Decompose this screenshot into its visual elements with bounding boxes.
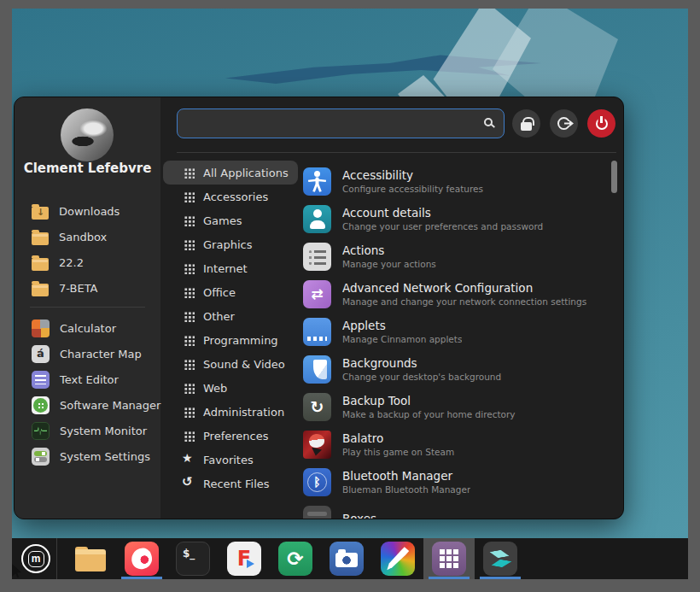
taskbar-launcher[interactable] (475, 538, 526, 579)
app-icon (303, 243, 331, 271)
app-icon (303, 167, 331, 196)
sidebar-place-item[interactable]: 22.2 (15, 249, 160, 275)
sidebar-place-item[interactable]: Downloads (15, 198, 160, 224)
menu-sidebar: Clement Lefebvre Downloads Sandbox 22.2 (15, 97, 160, 519)
app-icon: ᛒ (303, 468, 331, 496)
category-grid-icon (184, 167, 195, 179)
category-item[interactable]: Accessories (163, 185, 298, 208)
sidebar-app-item[interactable]: System Monitor (15, 418, 160, 443)
taskbar-launcher[interactable]: ⟳ (270, 538, 321, 579)
mint-menu-button[interactable]: m (15, 538, 56, 579)
app-item[interactable]: Boxes (303, 501, 611, 519)
taskbar-launcher[interactable] (423, 538, 475, 579)
sidebar-place-item[interactable]: Sandbox (15, 224, 160, 249)
desktop[interactable]: Clement Lefebvre Downloads Sandbox 22.2 (12, 9, 688, 579)
category-label: Games (203, 214, 242, 227)
category-item[interactable]: Graphics (163, 232, 298, 256)
app-description: Change your user preferences and passwor… (342, 221, 543, 232)
taskbar-launcher[interactable] (116, 538, 167, 579)
sidebar-separator (30, 307, 145, 308)
folder-icon (32, 284, 49, 296)
sidebar-app-item[interactable]: System Settings (15, 443, 160, 469)
power-button[interactable] (587, 109, 615, 138)
sidebar-app-icon (32, 448, 50, 466)
app-item[interactable]: ᛒ Bluetooth Manager Blueman Bluetooth Ma… (303, 463, 611, 501)
category-item[interactable]: Programming (163, 328, 298, 352)
app-item[interactable]: Accessibility Configure accessibility fe… (303, 162, 611, 200)
app-title: Bluetooth Manager (342, 469, 470, 483)
sidebar-app-label: Character Map (60, 348, 142, 360)
sidebar-app-label: Software Manager (60, 399, 160, 412)
app-item[interactable]: Backgrounds Change your desktop's backgr… (303, 350, 611, 388)
category-label: Accessories (203, 190, 268, 203)
avatar[interactable] (61, 108, 114, 161)
app-item[interactable]: Balatro Play this game on Steam (303, 425, 611, 463)
app-item[interactable]: Account details Change your user prefere… (303, 200, 611, 237)
category-label: Sound & Video (203, 358, 285, 371)
category-item[interactable]: Office (163, 280, 298, 304)
app-icon (303, 355, 331, 384)
category-item[interactable]: Recent Files (163, 472, 298, 495)
app-description: Manage and change your network connectio… (342, 296, 586, 307)
app-description: Make a backup of your home directory (342, 409, 516, 419)
category-label: Programming (203, 334, 278, 347)
category-item[interactable]: Preferences (163, 424, 298, 448)
category-label: Web (203, 382, 227, 395)
category-grid-icon (184, 407, 195, 418)
sidebar-app-label: System Settings (60, 450, 150, 463)
category-item[interactable]: All Applications (163, 161, 298, 185)
category-item[interactable]: Administration (163, 400, 298, 424)
screen-frame: Clement Lefebvre Downloads Sandbox 22.2 (0, 0, 700, 592)
app-title: Accessibility (342, 168, 483, 182)
taskbar-launcher[interactable] (321, 538, 372, 579)
taskbar-launcher[interactable]: F (219, 538, 270, 579)
app-item[interactable]: ⇄ Advanced Network Configuration Manage … (303, 275, 611, 313)
category-item[interactable]: Games (163, 208, 298, 232)
scrollbar[interactable] (611, 161, 617, 193)
app-description: Configure accessibility features (342, 184, 483, 194)
taskbar-launcher[interactable] (65, 538, 116, 579)
user-name: Clement Lefebvre (15, 161, 160, 176)
app-item[interactable]: Actions Manage your actions (303, 237, 611, 275)
category-item[interactable]: Other (163, 304, 298, 328)
app-item[interactable]: ↻ Backup Tool Make a backup of your home… (303, 388, 611, 425)
taskbar: m $_ F ⟳ (12, 538, 688, 579)
category-grid-icon (184, 383, 195, 394)
app-title: Backup Tool (342, 394, 516, 407)
taskbar-app-icon (432, 542, 466, 576)
search-box (177, 108, 505, 138)
app-item[interactable]: Applets Manage Cinnamon applets (303, 313, 611, 350)
category-list: All Applications Accessories Games Graph… (163, 161, 298, 495)
app-title: Account details (342, 206, 543, 220)
sidebar-place-label: Downloads (59, 205, 120, 218)
taskbar-launcher[interactable]: $_ (167, 538, 219, 579)
taskbar-app-icon (483, 542, 517, 576)
app-title: Boxes (342, 512, 376, 519)
category-item[interactable]: Sound & Video (163, 352, 298, 376)
category-label: Other (203, 310, 235, 323)
category-item[interactable]: Favorites (163, 448, 298, 472)
folder-icon (32, 258, 49, 271)
category-item[interactable]: Internet (163, 256, 298, 280)
lock-button[interactable] (512, 109, 540, 138)
taskbar-app-icon: ⟳ (278, 542, 312, 576)
logout-button[interactable] (550, 109, 578, 138)
mint-menu-popup: Clement Lefebvre Downloads Sandbox 22.2 (14, 97, 624, 519)
sidebar-app-item[interactable]: Character Map (15, 341, 160, 366)
sidebar-places: Downloads Sandbox 22.2 7-BETA (15, 198, 160, 301)
app-list: Accessibility Configure accessibility fe… (303, 162, 611, 519)
header-separator (177, 152, 616, 153)
search-input[interactable] (177, 108, 505, 138)
category-item[interactable]: Web (163, 376, 298, 400)
sidebar-app-item[interactable]: Software Manager (15, 392, 160, 418)
sidebar-place-item[interactable]: 7-BETA (15, 275, 160, 301)
sidebar-place-label: 22.2 (59, 256, 84, 269)
category-grid-icon (184, 478, 195, 489)
app-icon (303, 431, 331, 459)
app-description: Blueman Bluetooth Manager (342, 484, 470, 495)
sidebar-app-item[interactable]: Calculator (15, 315, 160, 341)
sidebar-place-label: 7-BETA (59, 282, 97, 295)
sidebar-app-item[interactable]: Text Editor (15, 366, 160, 392)
category-label: Office (203, 286, 236, 299)
taskbar-launcher[interactable] (372, 538, 423, 579)
